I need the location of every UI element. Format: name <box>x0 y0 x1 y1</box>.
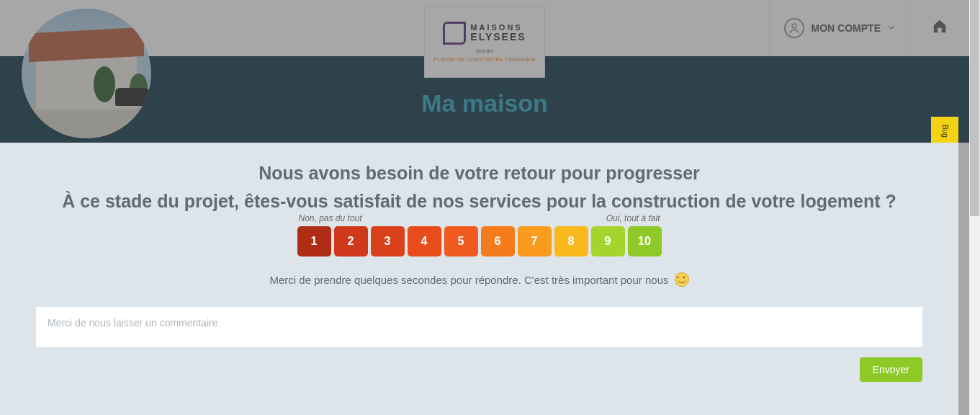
help-text-content: Merci de prendre quelques secondes pour … <box>269 274 668 286</box>
smiley-icon <box>675 272 689 287</box>
account-menu-button[interactable]: MON COMPTE <box>769 0 909 56</box>
chevron-down-icon <box>888 23 895 33</box>
scale-label-low: Non, pas du tout <box>299 213 362 223</box>
rating-button-3[interactable]: 3 <box>371 226 405 256</box>
rating-button-9[interactable]: 9 <box>591 226 625 256</box>
home-button[interactable] <box>909 0 969 56</box>
rating-button-7[interactable]: 7 <box>518 226 552 256</box>
logo-mark-icon <box>443 22 466 45</box>
logo-text: MAISONS ELYSEES <box>470 23 526 43</box>
rating-button-1[interactable]: 1 <box>297 226 331 256</box>
svg-point-0 <box>792 24 796 28</box>
logo-tag: PLAISIR DE CONSTRUIRE ENSEMBLE <box>433 57 536 62</box>
feedback-heading: Nous avons besoin de votre retour pour p… <box>259 163 700 184</box>
nps-scale: Non, pas du tout Oui, tout à fait 1 2 3 … <box>297 226 662 256</box>
rating-button-2[interactable]: 2 <box>334 226 368 256</box>
brand-logo: MAISONS ELYSEES ocean PLAISIR DE CONSTRU… <box>424 6 545 78</box>
project-avatar <box>22 9 151 138</box>
rating-button-5[interactable]: 5 <box>444 226 478 256</box>
feedback-modal: Nous avons besoin de votre retour pour p… <box>0 143 958 415</box>
home-icon <box>932 18 948 38</box>
scrollbar-thumb[interactable] <box>970 0 979 216</box>
scale-label-high: Oui, tout à fait <box>606 213 660 223</box>
rating-button-10[interactable]: 10 <box>628 226 662 256</box>
logo-sub: ocean <box>476 48 493 54</box>
page-title: Ma maison <box>421 89 548 117</box>
scrollbar[interactable] <box>969 0 980 415</box>
feedback-help-text: Merci de prendre quelques secondes pour … <box>269 272 688 287</box>
rating-button-6[interactable]: 6 <box>481 226 515 256</box>
rating-button-8[interactable]: 8 <box>554 226 588 256</box>
user-icon <box>784 18 804 38</box>
bug-tab-label: Bug <box>941 125 949 138</box>
account-label: MON COMPTE <box>812 22 881 34</box>
send-button[interactable]: Envoyer <box>860 357 922 382</box>
feedback-question: À ce stade du projet, êtes-vous satisfai… <box>62 191 896 212</box>
rating-button-4[interactable]: 4 <box>408 226 441 256</box>
comment-input[interactable] <box>36 307 922 347</box>
bug-report-tab[interactable]: Bug <box>931 117 958 146</box>
logo-line2: ELYSEES <box>470 32 526 43</box>
